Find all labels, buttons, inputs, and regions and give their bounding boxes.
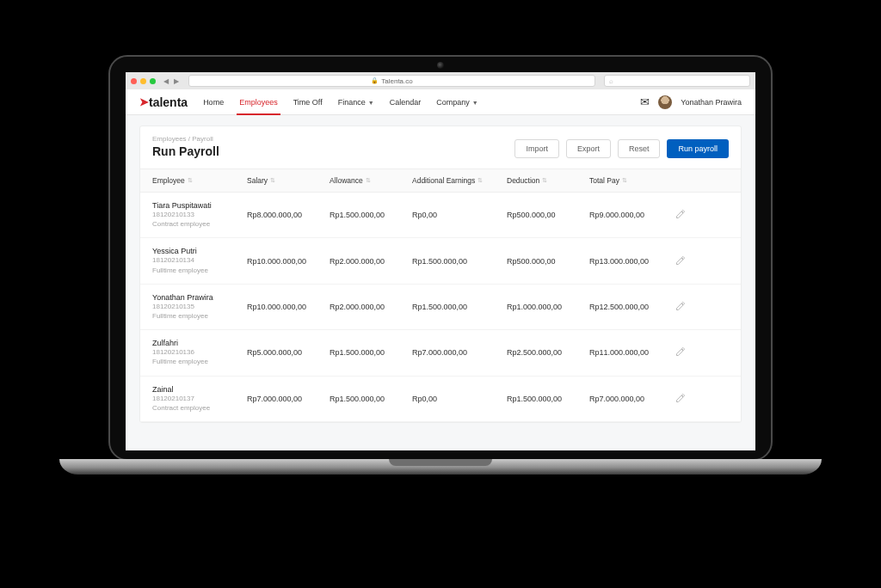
run-payroll-button[interactable]: Run payroll <box>667 139 729 158</box>
chevron-down-icon: ▼ <box>368 100 374 106</box>
cell-additional: Rp7.000.000,00 <box>412 348 507 357</box>
employee-name: Zainal <box>152 385 247 394</box>
avatar[interactable] <box>658 95 672 109</box>
sort-icon: ⇅ <box>366 177 370 184</box>
employee-type: Fulltime employee <box>152 266 247 275</box>
search-icon: ⌕ <box>609 77 613 85</box>
close-icon[interactable] <box>131 78 137 84</box>
edit-button[interactable] <box>675 393 699 405</box>
cell-salary: Rp7.000.000,00 <box>247 395 330 403</box>
employee-type: Fulltime employee <box>152 311 247 321</box>
employee-name: Yonathan Prawira <box>152 293 247 302</box>
cell-deduction: Rp1.500.000,00 <box>507 395 589 403</box>
cell-salary: Rp5.000.000,00 <box>247 348 330 357</box>
table-row: Tiara Puspitawati18120210133Contract emp… <box>140 193 741 238</box>
minimize-icon[interactable] <box>140 78 146 84</box>
employee-type: Contract employee <box>152 403 247 413</box>
app-header: ➤ talenta HomeEmployeesTime OffFinance▼C… <box>126 89 755 115</box>
edit-button[interactable] <box>675 255 699 267</box>
address-bar[interactable]: 🔒 Talenta.co <box>188 75 595 87</box>
window-controls <box>131 78 156 84</box>
cell-additional: Rp0,00 <box>412 395 507 403</box>
edit-button[interactable] <box>675 209 699 221</box>
browser-search[interactable]: ⌕ <box>604 75 750 87</box>
screen: ◀ ▶ 🔒 Talenta.co ⌕ ➤ talenta HomeEmploye… <box>126 72 755 450</box>
page-body: Employees / Payroll Run Payroll Import E… <box>126 115 755 450</box>
chevron-down-icon: ▼ <box>472 100 478 106</box>
cell-employee: Zulfahri18120210136Fulltime employee <box>152 339 247 366</box>
logo-icon: ➤ <box>139 95 149 108</box>
sort-icon: ⇅ <box>477 177 482 184</box>
employee-type: Fulltime employee <box>152 357 247 366</box>
employee-name: Yessica Putri <box>152 247 247 255</box>
table-header: Employee⇅ Salary⇅ Allowance⇅ Additional … <box>140 169 741 193</box>
cell-additional: Rp0,00 <box>412 211 507 219</box>
col-deduction[interactable]: Deduction⇅ <box>507 176 589 185</box>
col-allowance[interactable]: Allowance⇅ <box>330 176 412 185</box>
laptop-base <box>59 459 822 475</box>
employee-id: 18120210136 <box>152 347 247 357</box>
page-title: Run Payroll <box>152 144 219 158</box>
employee-name: Zulfahri <box>152 339 247 347</box>
cell-allowance: Rp1.500.000,00 <box>330 348 412 357</box>
edit-button[interactable] <box>675 301 699 313</box>
sort-icon: ⇅ <box>542 177 546 184</box>
cell-allowance: Rp2.000.000,00 <box>330 257 412 266</box>
cell-salary: Rp8.000.000,00 <box>247 211 330 219</box>
cell-additional: Rp1.500.000,00 <box>412 257 507 266</box>
cell-salary: Rp10.000.000,00 <box>247 257 330 266</box>
nav-item-company[interactable]: Company▼ <box>436 90 477 114</box>
cell-total: Rp11.000.000,00 <box>589 348 675 357</box>
table-row: Zulfahri18120210136Fulltime employeeRp5.… <box>140 330 741 376</box>
col-salary[interactable]: Salary⇅ <box>247 176 330 185</box>
nav-item-employees[interactable]: Employees <box>239 90 278 114</box>
col-total[interactable]: Total Pay⇅ <box>589 176 675 185</box>
col-employee[interactable]: Employee⇅ <box>152 176 247 185</box>
cell-additional: Rp1.500.000,00 <box>412 303 507 311</box>
cell-allowance: Rp2.000.000,00 <box>330 303 412 311</box>
forward-button[interactable]: ▶ <box>173 77 180 85</box>
card-header: Employees / Payroll Run Payroll Import E… <box>140 126 741 169</box>
laptop-notch <box>389 459 492 466</box>
mail-icon[interactable]: ✉ <box>640 95 650 108</box>
user-name: Yonathan Prawira <box>681 98 742 107</box>
cell-employee: Yessica Putri18120210134Fulltime employe… <box>152 247 247 274</box>
cell-allowance: Rp1.500.000,00 <box>330 211 412 219</box>
col-additional[interactable]: Additional Earnings⇅ <box>412 176 507 185</box>
nav-item-calendar[interactable]: Calendar <box>390 90 422 114</box>
cell-salary: Rp10.000.000,00 <box>247 303 330 311</box>
employee-type: Contract employee <box>152 219 247 229</box>
sort-icon: ⇅ <box>622 177 626 184</box>
edit-button[interactable] <box>675 346 699 358</box>
employee-id: 18120210137 <box>152 394 247 403</box>
employee-id: 18120210134 <box>152 255 247 265</box>
cell-deduction: Rp500.000,00 <box>507 211 589 219</box>
nav-item-finance[interactable]: Finance▼ <box>338 90 374 114</box>
maximize-icon[interactable] <box>150 78 156 84</box>
table-row: Yonathan Prawira18120210135Fulltime empl… <box>140 285 741 330</box>
employee-id: 18120210133 <box>152 210 247 219</box>
employee-name: Tiara Puspitawati <box>152 201 247 210</box>
camera-dot <box>437 62 444 69</box>
laptop-frame: ◀ ▶ 🔒 Talenta.co ⌕ ➤ talenta HomeEmploye… <box>108 55 773 461</box>
breadcrumb: Employees / Payroll <box>152 135 219 143</box>
cell-employee: Zainal18120210137Contract employee <box>152 385 247 413</box>
browser-chrome: ◀ ▶ 🔒 Talenta.co ⌕ <box>126 72 755 89</box>
nav-item-time-off[interactable]: Time Off <box>293 90 323 114</box>
cell-employee: Tiara Puspitawati18120210133Contract emp… <box>152 201 247 229</box>
cell-total: Rp13.000.000,00 <box>589 257 675 266</box>
cell-total: Rp9.000.000,00 <box>589 211 675 219</box>
payroll-card: Employees / Payroll Run Payroll Import E… <box>139 126 742 423</box>
cell-total: Rp12.500.000,00 <box>589 303 675 311</box>
back-button[interactable]: ◀ <box>163 77 169 85</box>
reset-button[interactable]: Reset <box>618 139 661 158</box>
url-text: Talenta.co <box>381 77 412 85</box>
cell-deduction: Rp2.500.000,00 <box>507 348 589 357</box>
nav-item-home[interactable]: Home <box>203 90 224 114</box>
import-button[interactable]: Import <box>514 139 559 158</box>
app-logo[interactable]: ➤ talenta <box>139 95 188 109</box>
table-row: Zainal18120210137Contract employeeRp7.00… <box>140 377 741 422</box>
export-button[interactable]: Export <box>566 139 611 158</box>
cell-deduction: Rp1.000.000,00 <box>507 303 589 311</box>
cell-deduction: Rp500.000,00 <box>507 257 589 266</box>
